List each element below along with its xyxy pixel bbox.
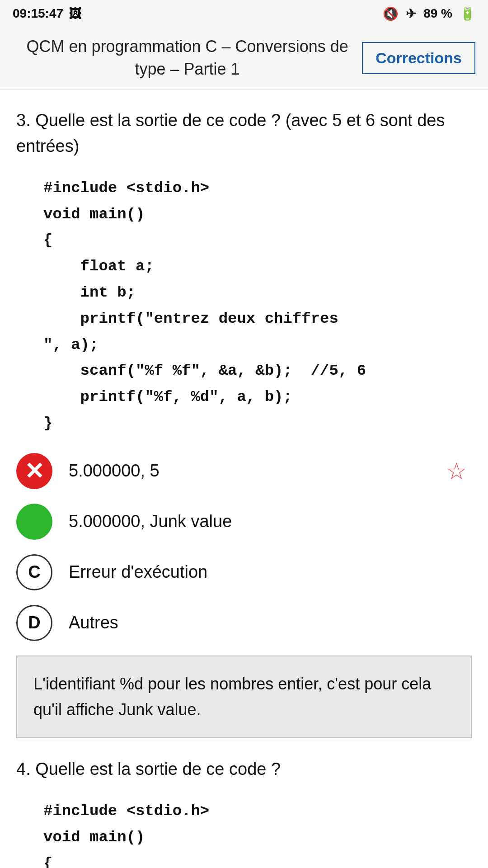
option-c-text: Erreur d'exécution [69,562,472,582]
option-d-icon: D [16,605,52,641]
mute-icon: 🔇 [383,6,399,21]
option-b-text: 5.000000, Junk value [69,512,472,531]
battery-icon: 🔋 [460,6,475,21]
option-d-row[interactable]: D Autres [16,605,472,641]
image-icon: 🖼 [69,6,81,21]
option-a-row[interactable]: ✕ 5.000000, 5 ☆ [16,453,472,489]
question-3-text: 3. Quelle est la sortie de ce code ? (av… [16,108,472,159]
question-3: 3. Quelle est la sortie de ce code ? (av… [16,108,472,738]
option-a-icon: ✕ [16,453,52,489]
page-title: QCM en programmation C – Conversions de … [13,35,362,81]
wrong-icon: ✕ [16,453,52,489]
option-d-letter: D [16,605,52,641]
corrections-button[interactable]: Corrections [362,42,475,74]
correct-icon [16,504,52,540]
option-c-icon: C [16,554,52,590]
explanation-text-3: L'identifiant %d pour les nombres entier… [33,675,431,719]
option-d-text: Autres [69,613,472,632]
main-content: 3. Quelle est la sortie de ce code ? (av… [0,90,488,868]
airplane-icon: ✈ [406,6,416,21]
question-4-code: #include <stdio.h> void main() { double … [43,798,472,868]
status-right: 🔇 ✈ 89 % 🔋 [383,6,475,21]
status-bar: 09:15:47 🖼 🔇 ✈ 89 % 🔋 [0,0,488,27]
option-b-icon [16,504,52,540]
option-c-row[interactable]: C Erreur d'exécution [16,554,472,590]
option-a-text: 5.000000, 5 [69,461,430,481]
options-list-3: ✕ 5.000000, 5 ☆ 5.000000, Junk value C E… [16,453,472,641]
explanation-box-3: L'identifiant %d pour les nombres entier… [16,656,472,738]
question-3-code: #include <stdio.h> void main() { float a… [43,175,472,437]
header-bar: QCM en programmation C – Conversions de … [0,27,488,90]
battery-display: 89 % [423,6,452,21]
status-left: 09:15:47 🖼 [13,6,81,21]
option-c-letter: C [16,554,52,590]
option-b-row[interactable]: 5.000000, Junk value [16,504,472,540]
question-4-text: 4. Quelle est la sortie de ce code ? [16,756,472,782]
question-4: 4. Quelle est la sortie de ce code ? #in… [16,756,472,868]
star-icon[interactable]: ☆ [446,458,472,485]
time-display: 09:15:47 [13,6,63,21]
